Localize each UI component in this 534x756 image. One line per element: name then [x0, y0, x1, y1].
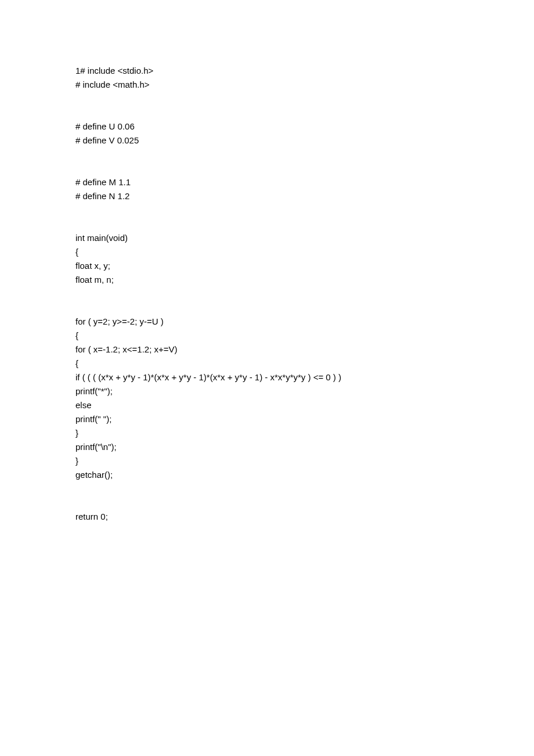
- code-line: [75, 203, 459, 217]
- code-line: float m, n;: [75, 273, 459, 287]
- code-line: 1# include <stdio.h>: [75, 64, 459, 78]
- code-line: # define V 0.025: [75, 134, 459, 147]
- code-line: printf("*");: [75, 384, 459, 398]
- code-line: [75, 92, 459, 106]
- code-line: [75, 301, 459, 315]
- code-line: # define M 1.1: [75, 175, 459, 189]
- code-block: 1# include <stdio.h> # include <math.h> …: [75, 64, 459, 524]
- code-line: # include <math.h>: [75, 78, 459, 92]
- code-line: return 0;: [75, 510, 459, 524]
- code-line: }: [75, 426, 459, 440]
- code-line: int main(void): [75, 231, 459, 245]
- code-line: [75, 287, 459, 301]
- code-line: {: [75, 357, 459, 370]
- code-line: for ( y=2; y>=-2; y-=U ): [75, 315, 459, 329]
- code-line: float x, y;: [75, 259, 459, 273]
- code-line: {: [75, 329, 459, 343]
- code-line: for ( x=-1.2; x<=1.2; x+=V): [75, 343, 459, 357]
- code-line: [75, 482, 459, 496]
- code-line: }: [75, 454, 459, 468]
- code-line: [75, 147, 459, 161]
- code-line: getchar();: [75, 468, 459, 482]
- code-line: # define N 1.2: [75, 189, 459, 203]
- code-line: printf("\n");: [75, 440, 459, 454]
- code-line: [75, 496, 459, 510]
- code-line: printf(" ");: [75, 412, 459, 426]
- code-line: else: [75, 398, 459, 412]
- code-line: if ( ( ( (x*x + y*y - 1)*(x*x + y*y - 1)…: [75, 370, 459, 384]
- code-line: [75, 106, 459, 120]
- code-line: [75, 161, 459, 175]
- code-line: {: [75, 245, 459, 259]
- code-line: [75, 217, 459, 231]
- code-line: # define U 0.06: [75, 120, 459, 134]
